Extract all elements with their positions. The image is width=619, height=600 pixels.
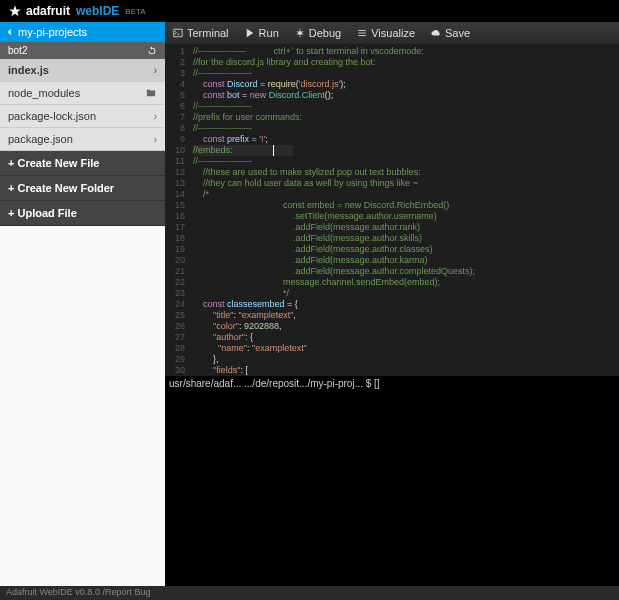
cloud-icon — [431, 28, 441, 38]
folder-title: bot2 — [8, 45, 27, 56]
chevron-right-icon: › — [154, 134, 157, 145]
file-item[interactable]: package.json› — [0, 128, 165, 151]
toolbar-label: Visualize — [371, 27, 415, 39]
toolbar-label: Save — [445, 27, 470, 39]
status-text: Adafruit WebIDE v0.8.0 /Report Bug — [6, 587, 150, 597]
terminal-output: usr/share/adaf... .../de/reposit.../my-p… — [169, 378, 380, 389]
folder-icon — [145, 88, 157, 98]
editor-toolbar: TerminalRunDebugVisualizeSave — [165, 22, 619, 44]
terminal-icon — [173, 28, 183, 38]
topbar: adafruit webIDE BETA — [0, 0, 619, 22]
chevron-left-icon — [6, 28, 14, 36]
eye-icon — [357, 28, 367, 38]
file-name: package.json — [8, 133, 73, 145]
toolbar-label: Terminal — [187, 27, 229, 39]
brand-text-b: webIDE — [76, 4, 119, 18]
chevron-right-icon: › — [154, 65, 157, 76]
svg-point-0 — [298, 31, 302, 35]
toolbar-label: Debug — [309, 27, 341, 39]
brand-text-a: adafruit — [26, 4, 70, 18]
play-icon — [245, 28, 255, 38]
file-item[interactable]: index.js› — [0, 59, 165, 82]
sidebar-action[interactable]: + Upload File — [0, 201, 165, 226]
beta-badge: BETA — [125, 7, 145, 16]
breadcrumb-label: my-pi-projects — [18, 26, 87, 38]
terminal-button[interactable]: Terminal — [165, 22, 237, 44]
file-name: index.js — [8, 64, 49, 76]
debug-button[interactable]: Debug — [287, 22, 349, 44]
visualize-button[interactable]: Visualize — [349, 22, 423, 44]
file-item[interactable]: node_modules — [0, 82, 165, 105]
refresh-icon[interactable] — [147, 46, 157, 56]
run-button[interactable]: Run — [237, 22, 287, 44]
breadcrumb[interactable]: my-pi-projects — [0, 22, 165, 42]
file-name: node_modules — [8, 87, 80, 99]
save-button[interactable]: Save — [423, 22, 478, 44]
file-name: package-lock.json — [8, 110, 96, 122]
toolbar-label: Run — [259, 27, 279, 39]
status-bar[interactable]: Adafruit WebIDE v0.8.0 /Report Bug — [0, 586, 619, 600]
logo-icon — [8, 4, 22, 18]
terminal-panel[interactable]: usr/share/adaf... .../de/reposit.../my-p… — [165, 376, 619, 586]
folder-header: bot2 — [0, 42, 165, 59]
chevron-right-icon: › — [154, 111, 157, 122]
bug-icon — [295, 28, 305, 38]
file-item[interactable]: package-lock.json› — [0, 105, 165, 128]
code-editor[interactable]: 1234567891011121314151617181920212223242… — [165, 44, 619, 586]
sidebar-action[interactable]: + Create New Folder — [0, 176, 165, 201]
sidebar-action[interactable]: + Create New File — [0, 151, 165, 176]
sidebar: my-pi-projects bot2 index.js›node_module… — [0, 22, 165, 586]
